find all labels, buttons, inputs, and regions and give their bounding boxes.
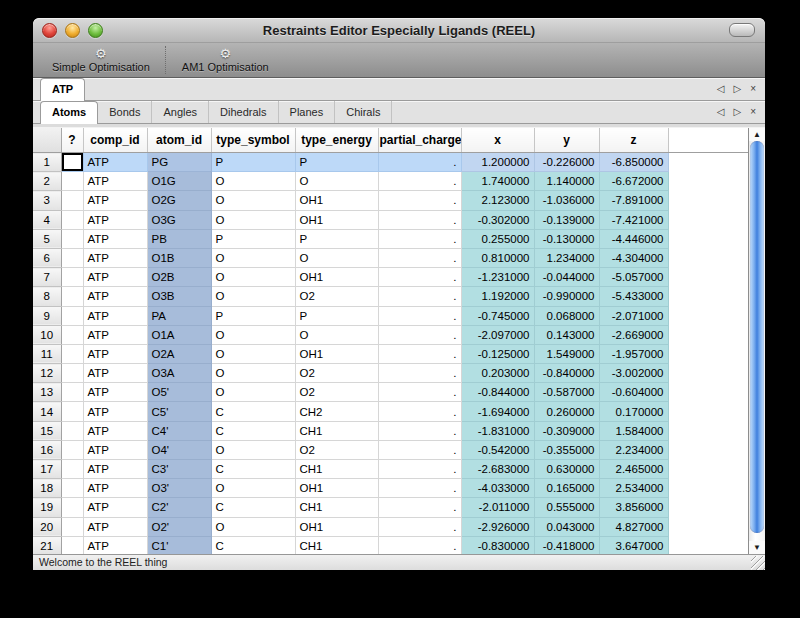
cell-z[interactable]: -4.304000 [599, 248, 668, 267]
titlebar[interactable]: Restraints Editor Especially Ligands (RE… [33, 18, 765, 43]
cell-z[interactable]: -4.446000 [599, 229, 668, 248]
cell-z[interactable]: 2.465000 [599, 460, 668, 479]
cell-x[interactable]: 1.200000 [461, 153, 534, 172]
cell-x[interactable]: -0.745000 [461, 306, 534, 325]
cell-type_energy[interactable]: OH1 [295, 344, 378, 363]
cell-y[interactable]: 1.140000 [534, 172, 599, 191]
row-number[interactable]: 20 [33, 517, 61, 536]
cell-y[interactable]: 0.555000 [534, 498, 599, 517]
row-number[interactable]: 16 [33, 440, 61, 459]
row-number[interactable]: 9 [33, 306, 61, 325]
tab-chirals[interactable]: Chirals [335, 101, 392, 123]
row-number[interactable]: 4 [33, 210, 61, 229]
cell-comp_id[interactable]: ATP [83, 517, 147, 536]
cell-q[interactable] [61, 383, 83, 402]
cell-comp_id[interactable]: ATP [83, 460, 147, 479]
column-header-comp_id[interactable]: comp_id [83, 128, 147, 153]
cell-q[interactable] [61, 153, 83, 172]
cell-type_symbol[interactable]: O [211, 344, 295, 363]
cell-atom_id[interactable]: C4' [147, 421, 211, 440]
cell-comp_id[interactable]: ATP [83, 421, 147, 440]
cell-comp_id[interactable]: ATP [83, 364, 147, 383]
cell-type_energy[interactable]: OH1 [295, 191, 378, 210]
cell-partial_charge[interactable]: . [378, 248, 461, 267]
scroll-up-icon[interactable]: ▲ [749, 128, 765, 141]
cell-y[interactable]: -0.418000 [534, 536, 599, 554]
cell-x[interactable]: -0.844000 [461, 383, 534, 402]
cell-atom_id[interactable]: C2' [147, 498, 211, 517]
cell-y[interactable]: 0.260000 [534, 402, 599, 421]
close-button[interactable] [42, 23, 57, 38]
cell-y[interactable]: -0.587000 [534, 383, 599, 402]
cell-x[interactable]: -4.033000 [461, 479, 534, 498]
cell-type_energy[interactable]: CH1 [295, 498, 378, 517]
cell-y[interactable]: -0.044000 [534, 268, 599, 287]
tab-bonds[interactable]: Bonds [98, 101, 152, 123]
cell-q[interactable] [61, 306, 83, 325]
cell-z[interactable]: -1.957000 [599, 344, 668, 363]
cell-z[interactable]: -3.002000 [599, 364, 668, 383]
row-number[interactable]: 13 [33, 383, 61, 402]
cell-atom_id[interactable]: O2' [147, 517, 211, 536]
cell-comp_id[interactable]: ATP [83, 172, 147, 191]
cell-x[interactable]: -2.097000 [461, 325, 534, 344]
cell-z[interactable]: -7.891000 [599, 191, 668, 210]
cell-z[interactable]: -6.850000 [599, 153, 668, 172]
cell-atom_id[interactable]: O3A [147, 364, 211, 383]
cell-type_energy[interactable]: OH1 [295, 210, 378, 229]
cell-x[interactable]: -1.231000 [461, 268, 534, 287]
cell-q[interactable] [61, 229, 83, 248]
cell-type_symbol[interactable]: P [211, 153, 295, 172]
row-number[interactable]: 18 [33, 479, 61, 498]
cell-type_symbol[interactable]: O [211, 191, 295, 210]
simple-optimisation-button[interactable]: ⚙ Simple Optimisation [39, 46, 163, 75]
cell-atom_id[interactable]: PB [147, 229, 211, 248]
row-number[interactable]: 11 [33, 344, 61, 363]
cell-q[interactable] [61, 536, 83, 554]
cell-partial_charge[interactable]: . [378, 479, 461, 498]
cell-z[interactable]: -7.421000 [599, 210, 668, 229]
cell-type_symbol[interactable]: C [211, 536, 295, 554]
row-number[interactable]: 1 [33, 153, 61, 172]
cell-q[interactable] [61, 479, 83, 498]
cell-x[interactable]: 0.810000 [461, 248, 534, 267]
cell-z[interactable]: 4.827000 [599, 517, 668, 536]
cell-type_symbol[interactable]: O [211, 517, 295, 536]
cell-atom_id[interactable]: C1' [147, 536, 211, 554]
cell-type_symbol[interactable]: C [211, 460, 295, 479]
cell-q[interactable] [61, 210, 83, 229]
cell-q[interactable] [61, 498, 83, 517]
cell-z[interactable]: 2.534000 [599, 479, 668, 498]
cell-x[interactable]: -0.302000 [461, 210, 534, 229]
cell-q[interactable] [61, 517, 83, 536]
cell-x[interactable]: -1.694000 [461, 402, 534, 421]
row-number[interactable]: 3 [33, 191, 61, 210]
tab-planes[interactable]: Planes [279, 101, 336, 123]
cell-comp_id[interactable]: ATP [83, 344, 147, 363]
column-header-q[interactable]: ? [61, 128, 83, 153]
cell-z[interactable]: -6.672000 [599, 172, 668, 191]
cell-comp_id[interactable]: ATP [83, 306, 147, 325]
cell-partial_charge[interactable]: . [378, 191, 461, 210]
prev-tab-icon[interactable]: ◁ [717, 107, 725, 117]
column-header-atom_id[interactable]: atom_id [147, 128, 211, 153]
cell-y[interactable]: 0.165000 [534, 479, 599, 498]
cell-partial_charge[interactable]: . [378, 306, 461, 325]
cell-partial_charge[interactable]: . [378, 440, 461, 459]
row-number[interactable]: 8 [33, 287, 61, 306]
cell-comp_id[interactable]: ATP [83, 268, 147, 287]
cell-type_energy[interactable]: OH1 [295, 268, 378, 287]
cell-x[interactable]: -2.926000 [461, 517, 534, 536]
cell-atom_id[interactable]: O2A [147, 344, 211, 363]
cell-x[interactable]: 0.255000 [461, 229, 534, 248]
cell-x[interactable]: 2.123000 [461, 191, 534, 210]
column-header-type_symbol[interactable]: type_symbol [211, 128, 295, 153]
cell-q[interactable] [61, 268, 83, 287]
cell-type_symbol[interactable]: O [211, 364, 295, 383]
cell-type_energy[interactable]: CH1 [295, 536, 378, 554]
scrollbar-thumb[interactable] [750, 141, 764, 533]
row-number[interactable]: 12 [33, 364, 61, 383]
cell-y[interactable]: 1.549000 [534, 344, 599, 363]
cell-partial_charge[interactable]: . [378, 460, 461, 479]
cell-atom_id[interactable]: O1G [147, 172, 211, 191]
